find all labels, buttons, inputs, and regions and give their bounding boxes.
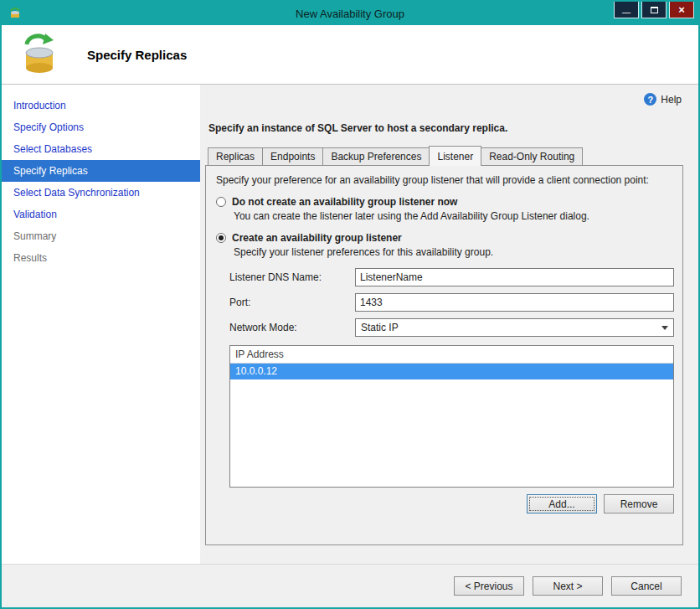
add-button[interactable]: Add... <box>527 494 597 514</box>
port-label: Port: <box>229 297 355 308</box>
titlebar[interactable]: New Availability Group — × <box>2 2 698 25</box>
radio-create-listener-subtext: Specify your listener preferences for th… <box>234 246 674 258</box>
window-title: New Availability Group <box>2 8 698 20</box>
cancel-button[interactable]: Cancel <box>611 576 682 596</box>
close-icon: × <box>678 3 685 16</box>
sidebar-item-introduction[interactable]: Introduction <box>2 95 200 116</box>
dns-name-label: Listener DNS Name: <box>229 271 355 283</box>
availability-group-icon <box>17 31 62 79</box>
previous-button[interactable]: < Previous <box>454 576 524 596</box>
instruction-text: Specify an instance of SQL Server to hos… <box>208 122 683 134</box>
maximize-button[interactable] <box>641 2 667 18</box>
ip-address-listbox[interactable]: IP Address 10.0.0.12 <box>229 345 674 488</box>
dns-name-input[interactable] <box>355 268 674 286</box>
sidebar-item-validation[interactable]: Validation <box>2 204 200 225</box>
listener-description: Specify your preference for an availabil… <box>216 174 674 186</box>
tab-listener[interactable]: Listener <box>429 146 481 166</box>
tab-endpoints[interactable]: Endpoints <box>262 147 323 165</box>
network-mode-label: Network Mode: <box>229 322 355 333</box>
radio-create-listener[interactable]: Create an availability group listener <box>216 232 674 244</box>
radio-create-listener-label: Create an availability group listener <box>232 232 402 244</box>
sidebar-item-specify-options[interactable]: Specify Options <box>2 116 200 138</box>
tab-strip: Replicas Endpoints Backup Preferences Li… <box>205 146 683 165</box>
help-link[interactable]: ? Help <box>205 90 683 106</box>
port-row: Port: <box>229 293 674 312</box>
listener-tab-panel: Specify your preference for an availabil… <box>205 165 683 545</box>
minimize-icon: — <box>622 8 631 17</box>
page-title: Specify Replicas <box>87 48 187 62</box>
wizard-footer: < Previous Next > Cancel <box>2 564 698 607</box>
sidebar-item-specify-replicas[interactable]: Specify Replicas <box>2 160 200 182</box>
tab-read-only-routing[interactable]: Read-Only Routing <box>481 147 583 165</box>
sidebar-item-select-data-synchronization[interactable]: Select Data Synchronization <box>2 182 200 204</box>
radio-no-listener[interactable]: Do not create an availability group list… <box>216 196 674 208</box>
help-icon: ? <box>644 93 656 106</box>
ip-list-buttons: Add... Remove <box>214 494 674 514</box>
remove-button[interactable]: Remove <box>604 494 674 514</box>
new-availability-group-window: New Availability Group — × Specify Repli… <box>0 0 700 609</box>
maximize-icon <box>651 7 658 13</box>
next-button[interactable]: Next > <box>533 576 603 596</box>
wizard-steps-sidebar: Introduction Specify Options Select Data… <box>2 85 200 564</box>
sidebar-item-select-databases[interactable]: Select Databases <box>2 138 200 160</box>
radio-no-listener-subtext: You can create the listener later using … <box>234 210 674 222</box>
port-input[interactable] <box>355 293 674 312</box>
tab-replicas[interactable]: Replicas <box>208 147 263 165</box>
window-controls: — × <box>614 2 694 18</box>
wizard-header: Specify Replicas <box>2 25 698 85</box>
network-mode-row: Network Mode: Static IP <box>229 318 674 337</box>
tab-backup-preferences[interactable]: Backup Preferences <box>322 147 430 165</box>
minimize-button[interactable]: — <box>614 2 639 18</box>
network-mode-value: Static IP <box>361 322 399 333</box>
sidebar-item-results: Results <box>2 247 200 269</box>
wizard-body: Introduction Specify Options Select Data… <box>2 85 698 564</box>
radio-create-listener-circle[interactable] <box>216 233 226 243</box>
sidebar-item-summary: Summary <box>2 225 200 247</box>
radio-no-listener-label: Do not create an availability group list… <box>232 196 457 208</box>
network-mode-dropdown[interactable]: Static IP <box>355 318 674 337</box>
radio-no-listener-circle[interactable] <box>216 197 226 207</box>
main-pane: ? Help Specify an instance of SQL Server… <box>200 85 698 564</box>
list-item[interactable]: 10.0.0.12 <box>230 364 673 379</box>
chevron-down-icon <box>661 326 668 330</box>
dns-name-row: Listener DNS Name: <box>229 268 674 286</box>
close-button[interactable]: × <box>669 2 694 18</box>
help-label: Help <box>661 94 682 106</box>
ip-address-column-header[interactable]: IP Address <box>230 346 673 364</box>
